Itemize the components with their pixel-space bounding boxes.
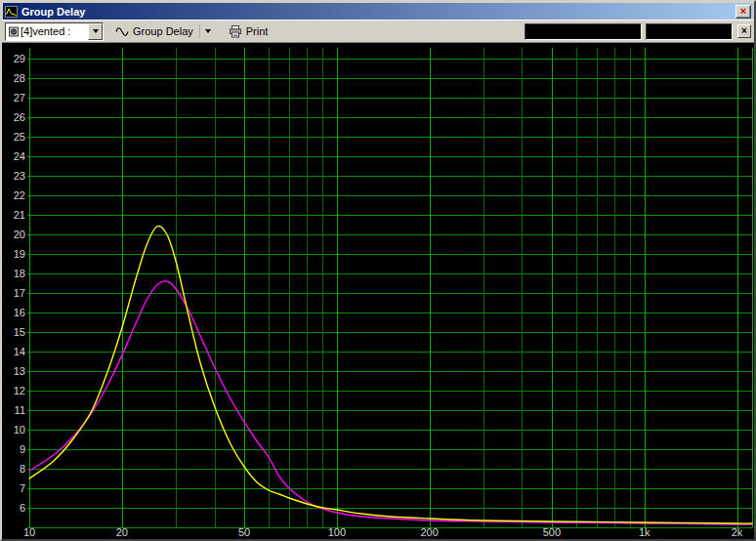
- svg-text:8: 8: [20, 463, 25, 475]
- readout-right: [646, 23, 733, 40]
- svg-text:18: 18: [14, 268, 25, 279]
- svg-text:2k: 2k: [732, 526, 743, 538]
- svg-text:20: 20: [116, 526, 128, 538]
- svg-text:17: 17: [14, 287, 25, 299]
- project-icon: [8, 26, 20, 37]
- group-delay-chart[interactable]: 2928272625242322212019181716151413121110…: [2, 43, 754, 539]
- svg-text:26: 26: [14, 111, 25, 123]
- svg-text:10: 10: [23, 526, 35, 538]
- svg-text:16: 16: [14, 307, 25, 318]
- waveform-icon: [115, 26, 129, 37]
- printer-icon: [229, 25, 242, 38]
- close-button[interactable]: ×: [735, 5, 751, 19]
- toolbar: [4]vented : Group Delay: [2, 20, 754, 43]
- titlebar[interactable]: Group Delay ×: [3, 3, 753, 20]
- svg-text:24: 24: [14, 150, 25, 162]
- project-combo-arrow[interactable]: [88, 23, 103, 40]
- graph-type-arrow[interactable]: [199, 24, 211, 38]
- project-combo-value: [4]vented :: [20, 25, 88, 37]
- svg-text:50: 50: [238, 526, 250, 538]
- chevron-down-icon: [93, 29, 99, 33]
- svg-text:9: 9: [20, 443, 25, 455]
- window-icon: [5, 6, 18, 18]
- chevron-down-icon: [205, 29, 211, 33]
- svg-text:12: 12: [14, 385, 25, 396]
- svg-text:28: 28: [14, 72, 25, 84]
- svg-text:15: 15: [14, 326, 25, 338]
- svg-text:29: 29: [14, 53, 25, 64]
- close-icon: ×: [740, 6, 746, 17]
- graph-type-dropdown[interactable]: Group Delay: [111, 21, 215, 42]
- project-combo[interactable]: [4]vented :: [5, 22, 104, 41]
- toolbar-close-button[interactable]: ×: [737, 24, 751, 38]
- print-button[interactable]: Print: [225, 21, 273, 42]
- svg-text:500: 500: [543, 526, 561, 538]
- svg-text:21: 21: [14, 209, 25, 221]
- svg-text:7: 7: [20, 482, 25, 494]
- svg-text:25: 25: [14, 131, 25, 143]
- group-delay-window: Group Delay × [4]vented :: [0, 0, 756, 541]
- readout-left: [525, 23, 642, 40]
- svg-text:6: 6: [20, 502, 25, 514]
- svg-text:23: 23: [14, 170, 25, 182]
- svg-text:100: 100: [328, 526, 346, 538]
- toolbar-close-icon: ×: [741, 26, 747, 36]
- window-title: Group Delay: [21, 6, 735, 18]
- svg-text:27: 27: [14, 92, 25, 104]
- print-label: Print: [246, 25, 269, 37]
- svg-text:1k: 1k: [639, 526, 651, 538]
- svg-text:10: 10: [14, 424, 25, 436]
- svg-text:19: 19: [14, 248, 25, 260]
- graph-type-label: Group Delay: [133, 25, 193, 37]
- svg-text:22: 22: [14, 189, 25, 201]
- svg-text:20: 20: [14, 229, 25, 240]
- svg-text:200: 200: [420, 526, 438, 538]
- svg-text:13: 13: [14, 365, 25, 377]
- svg-text:14: 14: [14, 346, 25, 357]
- chart-area[interactable]: 2928272625242322212019181716151413121110…: [2, 43, 754, 539]
- svg-text:11: 11: [15, 404, 25, 416]
